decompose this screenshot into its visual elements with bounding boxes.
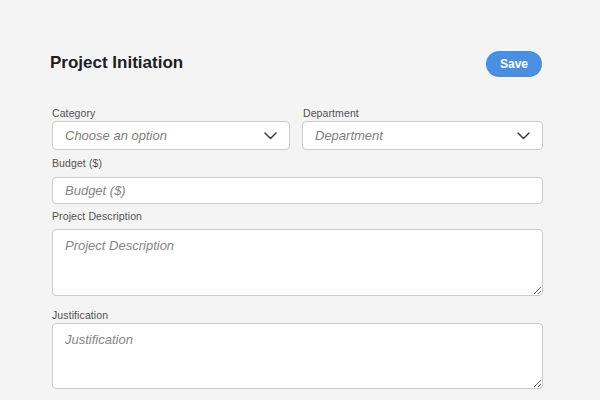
category-select[interactable]: Choose an option (52, 121, 290, 150)
save-button[interactable]: Save (486, 51, 542, 77)
project-description-textarea[interactable] (52, 229, 543, 296)
department-select[interactable]: Department (302, 121, 543, 150)
project-description-label: Project Description (52, 210, 142, 222)
department-label: Department (303, 107, 359, 119)
budget-label: Budget ($) (52, 157, 102, 169)
department-field: Department (302, 121, 543, 150)
page-title: Project Initiation (50, 53, 183, 73)
budget-input[interactable] (52, 177, 543, 204)
justification-textarea[interactable] (52, 323, 543, 389)
category-label: Category (52, 107, 95, 119)
category-field: Choose an option (52, 121, 290, 150)
justification-label: Justification (52, 309, 108, 321)
